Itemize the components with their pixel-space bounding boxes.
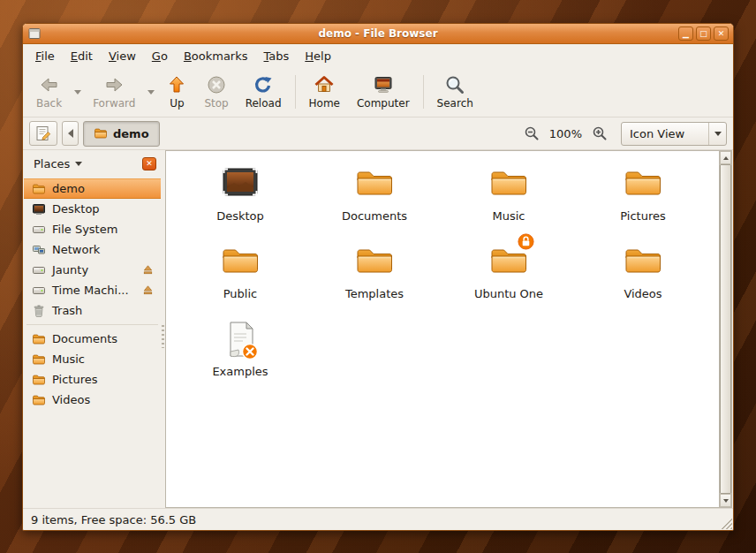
sidebar-item-network[interactable]: Network (24, 239, 161, 260)
file-label: Templates (345, 287, 404, 300)
chevron-down-icon (714, 132, 722, 136)
resize-grip[interactable] (719, 516, 732, 529)
menu-file[interactable]: File (28, 46, 62, 66)
menu-go[interactable]: Go (145, 46, 175, 66)
folder-icon (32, 182, 46, 196)
edit-note-icon (34, 125, 52, 142)
sidebar-mode-select[interactable]: Places (27, 155, 142, 172)
reload-button[interactable]: Reload (238, 71, 290, 113)
sidebar-item-label: Jaunty (52, 263, 88, 276)
icon-pictures[interactable]: Pictures (576, 163, 710, 240)
path-button-demo[interactable]: demo (83, 121, 160, 147)
arrow-up-icon (166, 74, 187, 95)
sidebar-item-label: Network (52, 243, 100, 256)
zoom-out-button[interactable] (520, 122, 543, 145)
up-button[interactable]: Up (158, 71, 195, 113)
file-label: Examples (212, 365, 268, 378)
toolbar: Back Forward Up Sto (23, 68, 733, 117)
icon-examples[interactable]: Examples (173, 318, 307, 396)
sidebar-item-label: Trash (52, 304, 82, 317)
forward-history-dropdown[interactable] (144, 71, 157, 113)
stop-icon (206, 74, 227, 95)
icon-ubuntu-one[interactable]: Ubuntu One (442, 240, 576, 318)
file-browser-window: demo - File Browser ▁ □ ✕ File Edit View… (22, 23, 734, 531)
reload-icon (253, 74, 274, 95)
arrow-right-icon (103, 74, 125, 95)
file-label: Videos (624, 287, 662, 300)
view-mode-select[interactable]: Icon View (621, 122, 727, 146)
menu-bookmarks[interactable]: Bookmarks (177, 46, 255, 66)
drive-icon (32, 223, 46, 237)
scroll-up-button[interactable] (720, 151, 731, 164)
close-button[interactable]: ✕ (714, 27, 729, 41)
zoom-level: 100% (549, 127, 582, 140)
sidebar-item-file-system[interactable]: File System (24, 219, 161, 239)
sidebar-item-videos[interactable]: Videos (24, 390, 161, 410)
chevron-down-icon (147, 90, 155, 95)
icon-documents[interactable]: Documents (307, 163, 442, 240)
computer-icon (373, 74, 394, 95)
toolbar-separator (295, 75, 296, 109)
sidebar-item-demo[interactable]: demo (24, 178, 161, 199)
sidebar-item-music[interactable]: Music (24, 349, 161, 369)
file-label: Public (223, 287, 257, 300)
status-text: 9 items, Free space: 56.5 GB (31, 513, 196, 526)
file-label: Music (493, 209, 525, 223)
search-button[interactable]: Search (429, 71, 481, 113)
back-label: Back (36, 97, 62, 110)
menu-tabs[interactable]: Tabs (257, 46, 297, 66)
sidebar-item-documents[interactable]: Documents (24, 329, 161, 349)
stop-button[interactable]: Stop (196, 71, 236, 113)
menu-view[interactable]: View (102, 46, 143, 66)
folder-icon (32, 332, 46, 346)
eject-button[interactable] (140, 283, 155, 299)
sidebar-item-label: Pictures (52, 373, 97, 386)
view-mode-value: Icon View (630, 127, 684, 140)
vertical-scrollbar[interactable] (719, 150, 732, 508)
scrollbar-thumb[interactable] (720, 164, 731, 494)
icon-templates[interactable]: Templates (307, 240, 442, 318)
sidebar-item-trash[interactable]: Trash (24, 300, 161, 321)
folder-icon (353, 163, 396, 205)
file-view[interactable]: Desktop Documents (165, 150, 719, 508)
file-label: Pictures (620, 209, 665, 223)
eject-button[interactable] (140, 262, 155, 278)
folder-icon (353, 240, 396, 283)
icon-music[interactable]: Music (442, 163, 576, 240)
icon-desktop[interactable]: Desktop (173, 163, 307, 240)
location-bar: demo 100% Icon View (23, 117, 733, 150)
icon-videos[interactable]: Videos (576, 240, 710, 318)
maximize-button[interactable]: □ (696, 27, 711, 41)
sidebar-item-jaunty[interactable]: Jaunty (24, 260, 161, 280)
folder-icon (32, 373, 46, 387)
zoom-in-button[interactable] (588, 122, 611, 145)
window-titlebar[interactable]: demo - File Browser ▁ □ ✕ (23, 24, 733, 44)
folder-icon (622, 240, 664, 283)
menu-edit[interactable]: Edit (64, 46, 100, 66)
sidebar-close-button[interactable]: ✕ (142, 157, 156, 170)
sidebar-item-pictures[interactable]: Pictures (24, 369, 161, 390)
home-icon (314, 74, 335, 95)
network-icon (32, 243, 46, 257)
forward-button[interactable]: Forward (85, 71, 143, 113)
sidebar-item-desktop[interactable]: Desktop (24, 199, 161, 219)
sidebar-splitter[interactable] (161, 150, 165, 508)
desktop-icon (32, 202, 46, 216)
file-label: Ubuntu One (474, 287, 543, 300)
folder-icon (622, 163, 664, 205)
minimize-button[interactable]: ▁ (678, 27, 693, 41)
path-scroll-left-button[interactable] (62, 121, 79, 146)
chevron-down-icon (74, 90, 81, 95)
menu-help[interactable]: Help (298, 46, 338, 66)
arrow-left-icon (39, 74, 60, 95)
chevron-up-icon (723, 156, 729, 160)
back-button[interactable]: Back (28, 71, 70, 113)
home-button[interactable]: Home (301, 71, 348, 113)
edit-location-toggle[interactable] (29, 121, 57, 146)
back-history-dropdown[interactable] (71, 71, 84, 113)
sidebar-item-time-machine[interactable]: Time Machi... (24, 280, 161, 300)
scroll-down-button[interactable] (720, 494, 731, 507)
icon-public[interactable]: Public (173, 240, 307, 318)
stop-label: Stop (204, 97, 228, 110)
computer-button[interactable]: Computer (349, 71, 418, 113)
